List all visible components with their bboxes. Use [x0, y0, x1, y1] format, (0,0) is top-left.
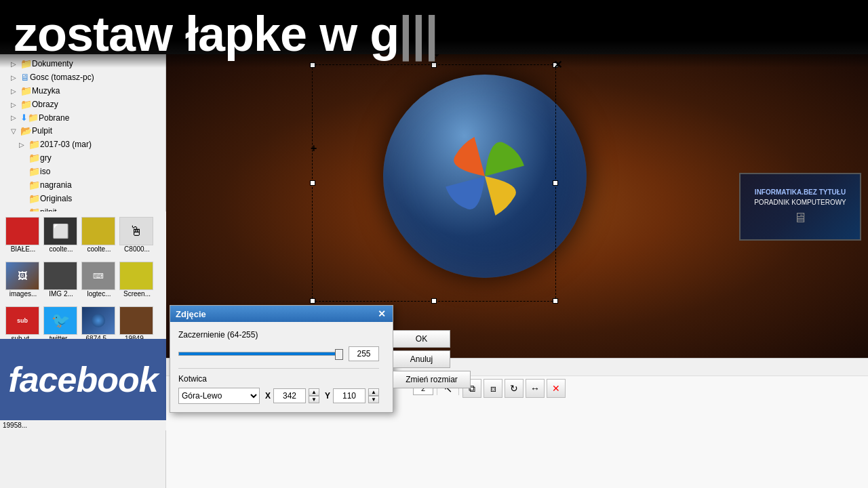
anchor-select[interactable]: Góra-Lewo Góra-Środek Góra-Prawo	[178, 388, 260, 404]
tree-label: nagrania	[40, 180, 72, 190]
x-spin-down[interactable]: ▼	[309, 396, 319, 403]
preview-icon: 🖥	[754, 210, 846, 226]
thumb-screen[interactable]: Screen...	[119, 262, 155, 298]
preview-line2: PORADNIK KOMPUTEROWY	[754, 199, 846, 206]
expand-icon: ▷	[11, 101, 19, 108]
y-spinner: ▲ ▼	[368, 388, 379, 403]
tree-item-originals[interactable]: 📁 Originals	[0, 192, 165, 205]
handle-ml[interactable]	[310, 180, 315, 186]
thumb-biale[interactable]: BIAŁE...	[5, 217, 41, 253]
anchor-row: Góra-Lewo Góra-Środek Góra-Prawo X ▲ ▼	[178, 388, 379, 404]
windows-logo-container	[383, 75, 600, 305]
preview-image: INFORMATIKA.BEZ TYTUŁU PORADNIK KOMPUTER…	[739, 173, 861, 241]
flip-tool-btn[interactable]: ↔	[526, 379, 545, 398]
thumb-logtec[interactable]: ⌨ logtec...	[81, 262, 117, 298]
cancel-button[interactable]: Anuluj	[393, 350, 450, 368]
thumb-img-twitter: 🐦	[43, 306, 77, 335]
handle-bl[interactable]	[310, 298, 315, 304]
tree-item-2017[interactable]: ▷ 📁 2017-03 (mar)	[0, 138, 165, 151]
thumb-row-1: BIAŁE... ⬜ coolte... coolte... 🖱 C8000..…	[3, 214, 163, 256]
thumb-label-img2: IMG 2...	[43, 290, 79, 298]
x-label: X	[265, 391, 271, 401]
tree-label: Originals	[40, 194, 72, 203]
darkness-label: Zaczernienie (64-255)	[178, 330, 260, 340]
ok-button[interactable]: OK	[393, 330, 450, 348]
slider-thumb[interactable]	[335, 349, 343, 360]
thumbnails-row1: BIAŁE... ⬜ coolte... coolte... 🖱 C8000..…	[0, 211, 166, 258]
network-folder-icon: 🖥	[20, 72, 30, 83]
dialog-buttons: OK Anuluj Zmień rozmiar	[393, 330, 471, 404]
y-spin-up[interactable]: ▲	[368, 388, 379, 396]
tree-label: iso	[40, 167, 50, 176]
tree-label: Muzyka	[32, 86, 60, 96]
thumb-coolte1[interactable]: ⬜ coolte...	[43, 217, 79, 253]
thumb-6874[interactable]: 6874.5...	[81, 306, 117, 342]
dialog-main-content: Zaczernienie (64-255) Kotwica	[178, 330, 384, 404]
dialog-close-button[interactable]: ✕	[376, 308, 387, 319]
thumb-img-sub: sub	[5, 306, 39, 335]
folder-icon: 📁	[28, 152, 40, 163]
anchor-section: Kotwica Góra-Lewo Góra-Środek Góra-Prawo…	[178, 368, 379, 404]
thumb-twitter[interactable]: 🐦 twitter...	[43, 306, 79, 342]
paste-tool-btn[interactable]: ⧈	[484, 379, 502, 398]
expand-icon: ▷	[19, 141, 27, 148]
thumb-c8000[interactable]: 🖱 C8000...	[119, 217, 155, 253]
thumb-img-coolte2	[81, 217, 115, 245]
slider-track[interactable]	[178, 352, 343, 356]
dialog-left: Zaczernienie (64-255) Kotwica	[178, 330, 379, 404]
tree-item-iso[interactable]: 📁 iso	[0, 165, 165, 178]
thumb-img2[interactable]: IMG 2...	[43, 262, 79, 298]
thumb-sub[interactable]: sub sub yt...	[5, 306, 41, 342]
preview-content: INFORMATIKA.BEZ TYTUŁU PORADNIK KOMPUTER…	[754, 188, 846, 226]
tree-item-pulpit[interactable]: ▽ 📂 Pulpit	[0, 124, 165, 138]
tree-item-obrazy[interactable]: ▷ 📁 Obrazy	[0, 98, 165, 111]
folder-icon: 📁	[28, 139, 40, 150]
folder-open-icon: 📂	[20, 125, 32, 136]
thumb-img-biale	[5, 217, 39, 245]
expand-icon: ▷	[11, 114, 19, 121]
facebook-thumb-label: 19958...	[0, 420, 166, 430]
x-spin-up[interactable]: ▲	[309, 388, 319, 396]
thumb-label-images: images...	[5, 290, 41, 298]
x-spinner: ▲ ▼	[309, 388, 319, 403]
dialog-zdjecie: Zdjęcie ✕ Zaczernienie (64-255)	[170, 305, 393, 413]
thumb-img-coolte1: ⬜	[43, 217, 77, 245]
facebook-thumbnail[interactable]: facebook	[0, 339, 166, 420]
thumb-19849[interactable]: 19849...	[119, 306, 155, 342]
thumb-images[interactable]: 🖼 images...	[5, 262, 41, 298]
tree-item-muzyka[interactable]: ▷ 📁 Muzyka	[0, 84, 165, 98]
expand-icon: ▷	[11, 74, 19, 81]
folder-icon: 📁	[28, 166, 40, 177]
tree-item-gry[interactable]: 📁 gry	[0, 151, 165, 165]
folder-icon: 📁	[28, 193, 40, 204]
thumb-img-img2	[43, 262, 77, 290]
thumb-row-2: 🖼 images... IMG 2... ⌨ logtec... Screen.…	[3, 259, 163, 300]
y-label: Y	[325, 391, 330, 401]
darkness-value-input[interactable]	[349, 346, 379, 361]
y-spin-down[interactable]: ▼	[368, 396, 379, 403]
x-coord-group: X ▲ ▼	[265, 388, 319, 403]
resize-button[interactable]: Zmień rozmiar	[393, 371, 471, 388]
rotate-tool-btn[interactable]: ↻	[505, 379, 524, 398]
x-value-input[interactable]	[273, 388, 306, 403]
thumb-label-coolte2: coolte...	[81, 245, 117, 253]
y-value-input[interactable]	[333, 388, 366, 403]
slider-row	[178, 346, 379, 361]
thumb-img-logtec: ⌨	[81, 262, 115, 290]
tree-label: gry	[40, 153, 52, 163]
thumb-label-biale: BIAŁE...	[5, 245, 41, 253]
thumb-img-screen	[119, 262, 153, 290]
top-text: zostaw łapke w g	[14, 6, 399, 62]
anchor-label: Kotwica	[178, 374, 379, 384]
tree-item-gosc[interactable]: ▷ 🖥 Gosc (tomasz-pc)	[0, 70, 165, 84]
thumbnails-row2: 🖼 images... IMG 2... ⌨ logtec... Screen.…	[0, 256, 166, 303]
top-bar: zostaw łapke w g |||	[0, 0, 868, 68]
svg-point-0	[482, 174, 488, 179]
tree-label: Obrazy	[32, 100, 58, 109]
delete-tool-btn[interactable]: ✕	[547, 379, 566, 398]
thumb-coolte2[interactable]: coolte...	[81, 217, 117, 253]
folder-icon: 📁	[28, 180, 40, 190]
tree-item-nagrania[interactable]: 📁 nagrania	[0, 178, 165, 192]
tree-item-pobrane[interactable]: ▷ ⬇📁 Pobrane	[0, 111, 165, 124]
darkness-row: Zaczernienie (64-255)	[178, 330, 379, 340]
